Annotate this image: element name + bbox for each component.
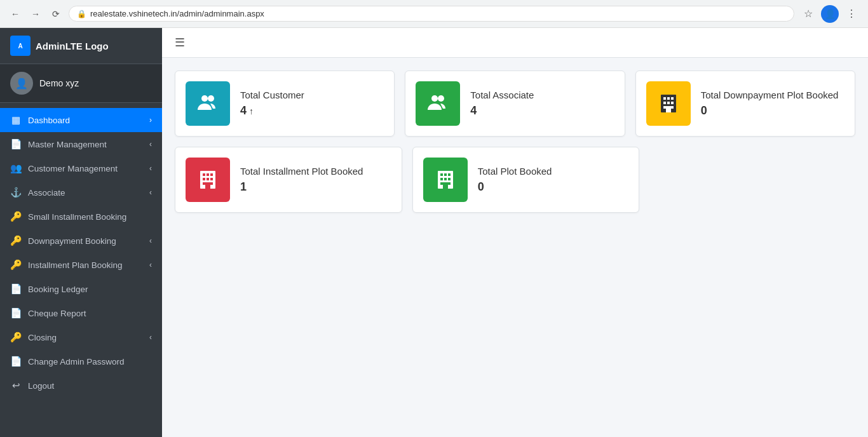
avatar-icon: 👤 bbox=[15, 77, 28, 90]
svg-rect-5 bbox=[663, 97, 666, 100]
card-total-installment-plot: Total Installment Plot Booked 1 bbox=[175, 147, 402, 213]
card-info-customer: Total Customer 4 ↑ bbox=[240, 90, 384, 118]
sidebar-item-label-small-installment: Small Installment Booking bbox=[28, 212, 126, 222]
card-title-installment-plot: Total Installment Plot Booked bbox=[240, 166, 391, 177]
svg-rect-27 bbox=[448, 173, 451, 176]
main-content: ☰ Total Customer bbox=[162, 28, 868, 437]
svg-point-2 bbox=[431, 95, 438, 102]
card-total-plot-booked: Total Plot Booked 0 bbox=[412, 147, 640, 213]
chevron-right-icon3: ‹ bbox=[149, 188, 152, 197]
back-button[interactable]: ← bbox=[8, 6, 23, 22]
anchor-icon: ⚓ bbox=[10, 187, 22, 198]
chevron-right-icon2: ‹ bbox=[149, 164, 152, 173]
svg-point-0 bbox=[201, 95, 208, 102]
card-title-downpayment: Total Downpayment Plot Booked bbox=[701, 90, 844, 100]
sidebar-item-label-associate: Associate bbox=[28, 188, 65, 198]
url-text: realestate.vshinetech.in/admin/adminmain… bbox=[90, 9, 264, 18]
svg-rect-31 bbox=[440, 182, 443, 185]
card-info-associate: Total Associate 4 bbox=[470, 90, 614, 118]
sidebar-item-cheque-report[interactable]: 📄 Cheque Report bbox=[0, 301, 162, 325]
card-title-plot-booked: Total Plot Booked bbox=[478, 166, 629, 177]
sidebar-item-label-change-password: Change Admin Password bbox=[28, 357, 125, 366]
sidebar-item-associate[interactable]: ⚓ Associate ‹ bbox=[0, 180, 162, 205]
content-header: ☰ bbox=[162, 28, 868, 58]
brand-name: AdminLTE Logo bbox=[36, 41, 109, 51]
file-icon4: 📄 bbox=[10, 356, 22, 367]
menu-button[interactable]: ⋮ bbox=[843, 5, 860, 23]
grid-icon: ▦ bbox=[10, 114, 22, 126]
svg-rect-21 bbox=[203, 182, 205, 185]
chevron-right-icon6: ‹ bbox=[149, 333, 152, 342]
app-layout: A AdminLTE Logo 👤 Demo xyz ▦ Dashboard ›… bbox=[0, 28, 868, 437]
card-total-customer: Total Customer 4 ↑ bbox=[175, 71, 395, 137]
key-icon4: 🔑 bbox=[10, 332, 22, 343]
logout-icon: ↩ bbox=[10, 380, 22, 391]
sidebar-item-small-installment-booking[interactable]: 🔑 Small Installment Booking bbox=[0, 205, 162, 229]
sidebar-item-master-management[interactable]: 📄 Master Management ‹ bbox=[0, 132, 162, 156]
svg-rect-11 bbox=[663, 106, 666, 109]
sidebar-item-label-closing: Closing bbox=[28, 333, 57, 342]
profile-button[interactable]: 👤 bbox=[821, 5, 839, 23]
card-info-downpayment: Total Downpayment Plot Booked 0 bbox=[701, 90, 844, 118]
card-value-downpayment: 0 bbox=[701, 104, 844, 118]
content-body: Total Customer 4 ↑ bbox=[162, 58, 868, 236]
address-bar[interactable]: 🔒 realestate.vshinetech.in/admin/adminma… bbox=[69, 6, 794, 22]
sidebar-item-label-installment-plan: Installment Plan Booking bbox=[28, 260, 123, 270]
sidebar-item-closing[interactable]: 🔑 Closing ‹ bbox=[0, 325, 162, 349]
sidebar-item-label-master-management: Master Management bbox=[28, 140, 107, 149]
svg-rect-13 bbox=[666, 106, 671, 112]
card-value-associate: 4 bbox=[470, 104, 614, 118]
sidebar-nav: ▦ Dashboard › 📄 Master Management ‹ 👥 Cu… bbox=[0, 103, 162, 437]
sidebar-item-customer-management[interactable]: 👥 Customer Management ‹ bbox=[0, 156, 162, 180]
sidebar-item-dashboard[interactable]: ▦ Dashboard › bbox=[0, 108, 162, 132]
card-value-installment-plot: 1 bbox=[240, 180, 391, 194]
svg-rect-16 bbox=[207, 173, 209, 176]
svg-rect-33 bbox=[443, 182, 448, 189]
forward-button[interactable]: → bbox=[28, 6, 43, 22]
key-icon2: 🔑 bbox=[10, 235, 22, 246]
svg-point-1 bbox=[208, 95, 214, 102]
svg-rect-17 bbox=[210, 173, 213, 176]
sidebar-item-change-admin-password[interactable]: 📄 Change Admin Password bbox=[0, 349, 162, 373]
card-spacer bbox=[649, 147, 855, 213]
up-arrow-icon: ↑ bbox=[249, 106, 254, 116]
sidebar-item-label-booking-ledger: Booking Ledger bbox=[28, 285, 88, 294]
svg-rect-6 bbox=[667, 97, 670, 100]
sidebar-item-downpayment-booking[interactable]: 🔑 Downpayment Booking ‹ bbox=[0, 229, 162, 253]
chevron-down-icon: › bbox=[149, 116, 152, 124]
card-value-customer: 4 ↑ bbox=[240, 104, 384, 118]
card-info-installment-plot: Total Installment Plot Booked 1 bbox=[240, 166, 391, 194]
user-name: Demo xyz bbox=[39, 78, 79, 88]
svg-rect-20 bbox=[210, 178, 213, 180]
cards-row-2: Total Installment Plot Booked 1 bbox=[175, 147, 855, 213]
sidebar-item-label-dashboard: Dashboard bbox=[28, 116, 70, 125]
reload-button[interactable]: ⟳ bbox=[48, 6, 64, 22]
cards-row-1: Total Customer 4 ↑ bbox=[175, 71, 855, 137]
bookmark-button[interactable]: ☆ bbox=[799, 5, 817, 23]
svg-rect-29 bbox=[444, 178, 447, 180]
file-icon2: 📄 bbox=[10, 283, 22, 295]
sidebar-item-booking-ledger[interactable]: 📄 Booking Ledger bbox=[0, 277, 162, 301]
sidebar-item-label-cheque-report: Cheque Report bbox=[28, 309, 86, 318]
svg-rect-25 bbox=[440, 173, 443, 176]
svg-rect-9 bbox=[667, 102, 670, 104]
card-info-plot-booked: Total Plot Booked 0 bbox=[478, 166, 629, 194]
avatar: 👤 bbox=[10, 72, 33, 95]
svg-rect-30 bbox=[448, 178, 451, 180]
svg-rect-8 bbox=[663, 102, 666, 104]
card-icon-downpayment bbox=[646, 81, 691, 126]
card-icon-installment-plot bbox=[186, 158, 230, 202]
browser-actions: ☆ 👤 ⋮ bbox=[799, 5, 860, 23]
sidebar-item-logout[interactable]: ↩ Logout bbox=[0, 373, 162, 398]
sidebar-item-installment-plan-booking[interactable]: 🔑 Installment Plan Booking ‹ bbox=[0, 253, 162, 277]
secure-icon: 🔒 bbox=[77, 10, 86, 18]
brand-logo-text: A bbox=[18, 43, 22, 50]
card-total-downpayment: Total Downpayment Plot Booked 0 bbox=[635, 71, 855, 137]
hamburger-button[interactable]: ☰ bbox=[172, 34, 187, 51]
sidebar: A AdminLTE Logo 👤 Demo xyz ▦ Dashboard ›… bbox=[0, 28, 162, 437]
browser-chrome: ← → ⟳ 🔒 realestate.vshinetech.in/admin/a… bbox=[0, 0, 868, 28]
card-icon-plot-booked bbox=[423, 158, 468, 202]
svg-rect-12 bbox=[671, 106, 674, 109]
people-icon-svg bbox=[196, 92, 219, 115]
svg-rect-23 bbox=[205, 182, 210, 189]
